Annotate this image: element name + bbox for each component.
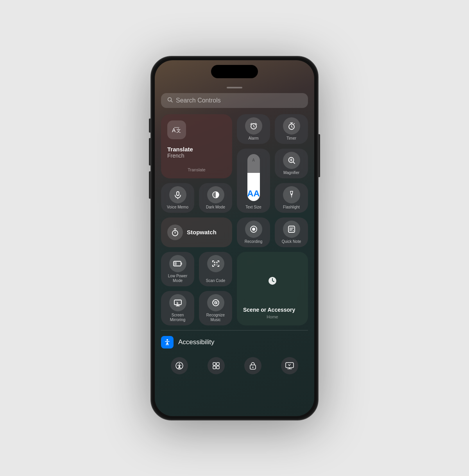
low-power-label: Low Power Mode bbox=[164, 274, 191, 283]
timer-icon-bg bbox=[283, 117, 300, 135]
translate-subtitle: French bbox=[167, 153, 226, 159]
quick-note-icon bbox=[287, 225, 296, 234]
scan-code-tile[interactable]: Scan Code bbox=[199, 252, 232, 286]
recognize-music-tile[interactable]: Recognize Music bbox=[199, 291, 232, 325]
alarm-icon-bg bbox=[245, 117, 262, 135]
dark-mode-tile[interactable]: Dark Mode bbox=[199, 183, 232, 213]
svg-line-7 bbox=[293, 162, 295, 163]
svg-rect-24 bbox=[216, 264, 218, 266]
screen-mirror-icon-bg bbox=[169, 294, 186, 311]
translate-title: Translate bbox=[167, 146, 226, 153]
stopwatch-icon-bg bbox=[167, 225, 183, 240]
bottom-accessibility-button[interactable] bbox=[171, 357, 188, 374]
search-icon bbox=[167, 97, 173, 104]
voice-memo-tile[interactable]: Voice Memo bbox=[161, 183, 194, 213]
quick-note-icon-bg bbox=[283, 221, 300, 238]
accessibility-row[interactable]: Accessibility bbox=[161, 335, 308, 349]
svg-rect-22 bbox=[216, 262, 218, 263]
svg-point-30 bbox=[179, 363, 180, 364]
bottom-display-button[interactable] bbox=[281, 357, 298, 374]
accessibility-app-icon bbox=[161, 336, 174, 348]
stopwatch-tile[interactable]: Stopwatch bbox=[161, 217, 232, 247]
recording-label: Recording bbox=[245, 239, 263, 244]
home-title: Scene or Accessory bbox=[243, 307, 302, 313]
flashlight-label: Flashlight bbox=[283, 205, 300, 210]
screen: Search Controls A 文 bbox=[155, 60, 314, 416]
svg-rect-26 bbox=[174, 300, 181, 305]
drag-indicator bbox=[227, 87, 242, 88]
timer-label: Timer bbox=[286, 136, 296, 141]
recording-icon bbox=[249, 225, 258, 234]
bottom-grid-button[interactable] bbox=[208, 357, 225, 374]
text-size-tile[interactable]: A AA Text Size bbox=[237, 149, 270, 213]
screen-mirror-tile[interactable]: Screen Mirroring bbox=[161, 291, 194, 325]
svg-rect-34 bbox=[217, 366, 219, 369]
screen-mirror-icon bbox=[174, 298, 182, 307]
svg-text:A: A bbox=[172, 127, 176, 133]
alarm-tile[interactable]: Alarm bbox=[237, 114, 270, 144]
flashlight-tile[interactable]: Flashlight bbox=[275, 183, 308, 213]
svg-line-1 bbox=[171, 101, 173, 102]
scan-code-icon-bg bbox=[207, 255, 224, 272]
controls-grid: A 文 Translate French Translate bbox=[161, 114, 308, 325]
svg-rect-13 bbox=[291, 194, 292, 195]
accessibility-label: Accessibility bbox=[178, 338, 215, 346]
voice-memo-label: Voice Memo bbox=[167, 205, 188, 210]
home-label: Home bbox=[243, 314, 302, 319]
voice-memo-icon bbox=[174, 190, 182, 199]
bottom-accessibility-icon bbox=[175, 361, 184, 370]
bottom-bar bbox=[161, 352, 308, 377]
phone-body: Search Controls A 文 bbox=[150, 56, 319, 420]
dark-mode-icon-bg bbox=[207, 186, 224, 203]
svg-rect-31 bbox=[213, 363, 216, 365]
svg-text:文: 文 bbox=[176, 128, 181, 133]
timer-tile[interactable]: Timer bbox=[275, 114, 308, 144]
svg-point-16 bbox=[252, 228, 255, 231]
search-placeholder: Search Controls bbox=[176, 97, 221, 104]
screen-content: Search Controls A 文 bbox=[155, 84, 314, 416]
divider bbox=[161, 330, 308, 331]
text-size-label: Text Size bbox=[245, 205, 261, 210]
text-size-small-a: A bbox=[252, 158, 255, 162]
low-power-icon bbox=[173, 260, 183, 267]
home-text: Scene or Accessory bbox=[243, 307, 302, 313]
screen-mirror-label: Screen Mirroring bbox=[164, 313, 191, 322]
quick-note-label: Quick Note bbox=[282, 239, 301, 244]
power-button[interactable] bbox=[319, 134, 320, 177]
search-bar[interactable]: Search Controls bbox=[161, 93, 308, 108]
svg-rect-33 bbox=[213, 366, 216, 369]
recording-icon-bg bbox=[245, 221, 262, 238]
recording-tile[interactable]: Recording bbox=[237, 217, 270, 247]
phone-device: Search Controls A 文 bbox=[150, 56, 319, 420]
recognize-music-icon bbox=[211, 298, 220, 307]
low-power-tile[interactable]: Low Power Mode bbox=[161, 252, 194, 286]
home-icon-container bbox=[243, 258, 302, 307]
scan-code-label: Scan Code bbox=[206, 278, 225, 283]
flashlight-icon bbox=[287, 190, 296, 199]
recognize-music-label: Recognize Music bbox=[202, 313, 229, 322]
svg-point-28 bbox=[166, 339, 168, 341]
accessibility-app-svg bbox=[163, 338, 171, 346]
dark-mode-label: Dark Mode bbox=[206, 205, 225, 210]
translate-tile[interactable]: A 文 Translate French Translate bbox=[161, 114, 232, 178]
magnifier-tile[interactable]: Magnifier bbox=[275, 149, 308, 178]
svg-rect-20 bbox=[174, 262, 177, 265]
svg-rect-10 bbox=[177, 192, 179, 196]
translate-label: Translate bbox=[167, 167, 226, 172]
svg-rect-23 bbox=[214, 264, 215, 266]
dynamic-island bbox=[211, 65, 258, 78]
text-size-slider[interactable]: A AA bbox=[247, 154, 260, 201]
bottom-display-icon bbox=[285, 362, 294, 369]
home-tile[interactable]: Scene or Accessory Home bbox=[237, 252, 308, 325]
svg-rect-32 bbox=[217, 363, 219, 365]
quick-note-tile[interactable]: Quick Note bbox=[275, 217, 308, 247]
svg-point-36 bbox=[252, 366, 254, 368]
translate-icon-container: A 文 bbox=[167, 120, 186, 139]
translate-text: Translate French bbox=[167, 146, 226, 159]
dark-mode-icon bbox=[211, 190, 220, 199]
svg-rect-19 bbox=[181, 262, 182, 265]
phone-inner: Search Controls A 文 bbox=[152, 58, 317, 419]
scan-code-icon bbox=[211, 259, 220, 268]
bottom-lock-button[interactable] bbox=[244, 357, 261, 374]
alarm-icon bbox=[249, 122, 258, 130]
